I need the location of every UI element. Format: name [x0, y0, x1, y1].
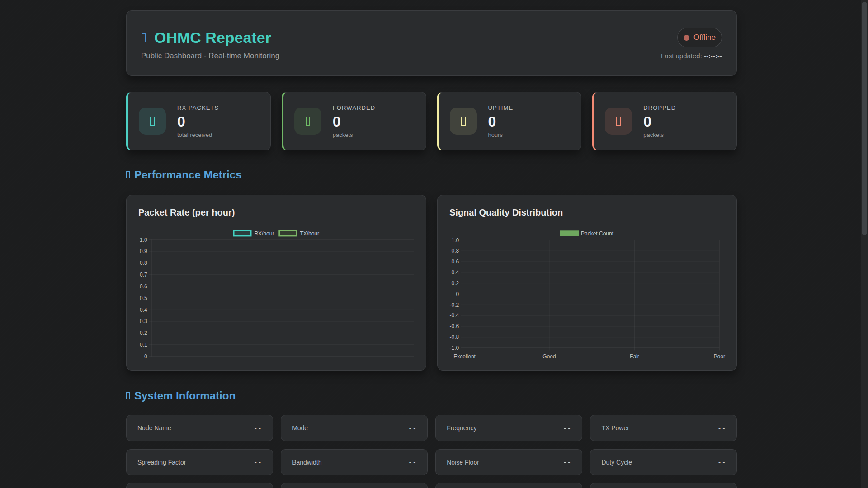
svg-text:0.2: 0.2 [140, 330, 147, 336]
svg-text:0.6: 0.6 [451, 258, 459, 265]
svg-text:0.5: 0.5 [140, 295, 147, 301]
svg-text:Poor: Poor [713, 353, 725, 360]
svg-text:Excellent: Excellent [453, 353, 476, 360]
svg-text:-0.6: -0.6 [449, 323, 459, 329]
svg-text:0.9: 0.9 [140, 248, 147, 254]
svg-text:0.6: 0.6 [140, 283, 147, 290]
svg-text:Signal Quality Distribution: Signal Quality Distribution [449, 207, 563, 217]
svg-text:0: 0 [144, 353, 147, 360]
svg-text:Packet Count: Packet Count [581, 230, 614, 237]
svg-text:-0.8: -0.8 [449, 334, 459, 340]
svg-text:Good: Good [542, 353, 556, 360]
svg-text:1.0: 1.0 [451, 237, 459, 244]
svg-text:0.3: 0.3 [140, 318, 147, 324]
svg-text:0.7: 0.7 [140, 272, 147, 278]
svg-text:0.4: 0.4 [140, 307, 147, 313]
svg-text:0.2: 0.2 [451, 280, 459, 286]
svg-text:-0.4: -0.4 [449, 312, 459, 319]
svg-text:0.8: 0.8 [140, 260, 147, 266]
svg-text:1.0: 1.0 [140, 237, 147, 243]
svg-text:TX/hour: TX/hour [300, 230, 319, 237]
svg-text:0.1: 0.1 [140, 342, 147, 348]
svg-text:0.4: 0.4 [451, 269, 459, 276]
svg-text:-0.2: -0.2 [449, 302, 459, 308]
svg-text:0: 0 [456, 291, 459, 297]
svg-text:-1.0: -1.0 [449, 345, 459, 351]
svg-text:RX/hour: RX/hour [254, 230, 274, 237]
svg-text:Packet Rate (per hour): Packet Rate (per hour) [138, 207, 235, 217]
svg-text:Fair: Fair [630, 353, 639, 360]
svg-text:0.8: 0.8 [451, 248, 459, 254]
